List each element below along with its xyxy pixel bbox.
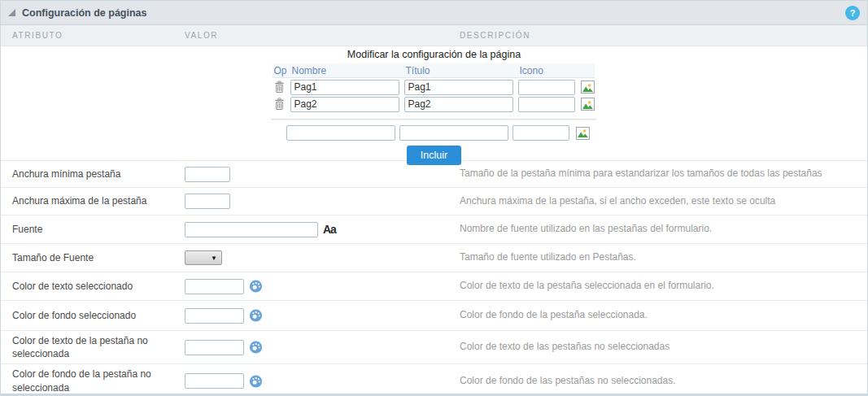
attribute-description: Tamaño de la pestaña mínima para estanda… — [460, 168, 867, 181]
page-icon-input[interactable] — [518, 97, 575, 112]
attribute-row-unselected-text-color: Color de texto de la pestaña no seleccio… — [1, 330, 867, 363]
attribute-label: Color de fondo de la pestaña no seleccio… — [1, 364, 185, 396]
font-size-select[interactable]: ▼ — [185, 250, 222, 265]
column-header-value: Valor — [185, 31, 460, 40]
attribute-description: Nombre de fuente utilizado en las pestañ… — [460, 223, 867, 236]
table-header-row: Atributo Valor Descripción — [1, 25, 867, 46]
new-page-row — [286, 125, 596, 141]
editor-col-title: Título — [404, 63, 518, 78]
editor-col-icon: Icono — [518, 63, 578, 78]
new-page-title-input[interactable] — [399, 125, 508, 141]
attribute-label: Tamaño de Fuente — [1, 248, 185, 268]
chevron-down-icon: ▼ — [211, 255, 217, 262]
editor-col-name: Nombre — [290, 63, 404, 78]
attribute-label: Anchura máxima de la pestaña — [1, 191, 185, 211]
page-row — [273, 96, 596, 112]
attribute-row-unselected-bg-color: Color de fondo de la pestaña no seleccio… — [1, 363, 867, 396]
include-button[interactable]: Incluir — [407, 146, 461, 165]
image-picker-icon[interactable] — [581, 98, 595, 111]
page-title-input[interactable] — [404, 97, 513, 112]
attribute-row-selected-bg-color: Color de fondo seleccionado Color de fon… — [1, 300, 867, 330]
attribute-row-font-size: Tamaño de Fuente ▼ Tamaño de fuente util… — [1, 243, 867, 272]
selected-bg-color-input[interactable] — [185, 308, 244, 324]
page-title-input[interactable] — [404, 80, 513, 95]
attribute-label: Color de texto de la pestaña no seleccio… — [1, 331, 185, 363]
color-picker-icon[interactable] — [249, 341, 263, 354]
attribute-row-max-width: Anchura máxima de la pestaña Anchura máx… — [1, 187, 867, 215]
attribute-description: Color de fondo de las pestañas no selecc… — [460, 375, 867, 388]
attribute-label: Color de texto seleccionado — [1, 276, 185, 296]
attribute-description: Tamaño de fuente utilizado en Pestañas. — [460, 251, 867, 264]
page-icon-input[interactable] — [518, 80, 575, 95]
delete-page-icon[interactable] — [273, 81, 286, 94]
page-name-input[interactable] — [290, 80, 399, 95]
selected-text-color-input[interactable] — [185, 279, 244, 294]
new-page-name-input[interactable] — [286, 125, 395, 141]
font-name-input[interactable] — [185, 222, 318, 237]
page-editor-section: Modificar la configuración de la página … — [1, 46, 867, 160]
section-title: Configuración de páginas — [22, 7, 147, 19]
attribute-description: Color de texto de la pestaña seleccionad… — [460, 280, 867, 293]
color-picker-icon[interactable] — [249, 375, 263, 388]
section-header[interactable]: Configuración de páginas ? — [1, 1, 867, 25]
delete-page-icon[interactable] — [273, 98, 286, 111]
editor-divider — [271, 119, 596, 120]
color-picker-icon[interactable] — [249, 280, 263, 293]
attribute-label: Fuente — [1, 220, 185, 239]
page-editor-header-row: Op Nombre Título Icono — [273, 63, 596, 78]
color-picker-icon[interactable] — [249, 309, 263, 322]
attribute-description: Anchura máxima de la pestaña, si el anch… — [460, 195, 867, 208]
attribute-row-selected-text-color: Color de texto seleccionado Color de tex… — [1, 272, 867, 300]
help-icon[interactable]: ? — [845, 6, 860, 20]
font-picker-icon[interactable]: Aa — [323, 223, 336, 236]
page-configuration-panel: Configuración de páginas ? Atributo Valo… — [0, 0, 868, 396]
min-width-input[interactable] — [185, 167, 230, 182]
editor-col-op: Op — [273, 63, 290, 78]
page-editor-title: Modificar la configuración de la página — [273, 49, 596, 60]
attribute-label: Color de fondo seleccionado — [1, 306, 185, 325]
page-row — [273, 79, 596, 95]
max-width-input[interactable] — [185, 194, 230, 209]
attribute-description: Color de fondo de la pestaña seleccionad… — [460, 309, 867, 322]
unselected-bg-color-input[interactable] — [185, 373, 244, 389]
attribute-label: Anchura mínima pestaña — [1, 164, 185, 184]
column-header-description: Descripción — [460, 31, 867, 40]
new-page-icon-input[interactable] — [513, 125, 569, 141]
unselected-text-color-input[interactable] — [185, 340, 244, 355]
page-name-input[interactable] — [290, 97, 399, 112]
image-picker-icon[interactable] — [581, 81, 595, 94]
image-picker-icon[interactable] — [576, 127, 590, 140]
column-header-attribute: Atributo — [1, 31, 185, 40]
attribute-description: Color de texto de las pestañas no selecc… — [460, 341, 867, 354]
collapse-icon[interactable] — [8, 9, 15, 16]
attribute-row-font: Fuente Aa Nombre de fuente utilizado en … — [1, 215, 867, 243]
